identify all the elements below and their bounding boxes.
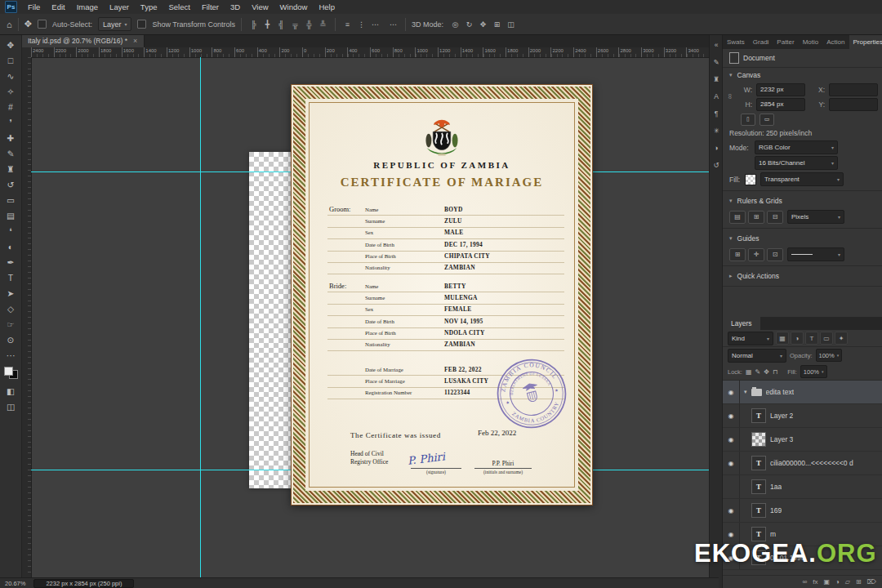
lock-icon[interactable]: ✥ — [764, 368, 769, 376]
menu-item[interactable]: View — [246, 2, 274, 12]
layers-footer-icon[interactable]: ◑ — [835, 578, 840, 586]
align-icon[interactable]: ╣ — [275, 18, 287, 30]
tool-button[interactable]: ☞ — [2, 316, 20, 332]
menu-item[interactable]: Select — [163, 2, 195, 12]
tool-button[interactable]: ✧ — [2, 83, 20, 99]
move-tool-preset-icon[interactable]: ✥ — [24, 19, 32, 29]
quick-actions-section-header[interactable]: ▸ Quick Actions — [723, 269, 882, 283]
tool-button[interactable]: ❜ — [2, 114, 20, 130]
rulers-grid-button[interactable]: ▤ — [729, 211, 746, 224]
tool-button[interactable]: ✎ — [2, 145, 20, 161]
bit-depth-dropdown[interactable]: 16 Bits/Channel — [755, 156, 838, 170]
layers-footer-icon[interactable]: fx — [813, 578, 817, 586]
layer-filter-icon[interactable]: ▦ — [776, 332, 789, 345]
tool-button[interactable]: ⋯ — [2, 347, 20, 363]
tool-button[interactable]: ➤ — [2, 285, 20, 301]
panel-icon[interactable]: « — [715, 41, 719, 49]
panel-icon[interactable]: ♜ — [713, 75, 719, 83]
screen-mode-button[interactable]: ◫ — [2, 399, 20, 414]
layer-visibility-toggle[interactable]: ◉ — [723, 381, 740, 403]
layer-row[interactable]: ◉ ▾ T m — [723, 523, 882, 546]
guides-section-header[interactable]: ▾ Guides — [723, 231, 882, 246]
landscape-orientation-button[interactable]: ▭ — [760, 114, 774, 126]
tool-button[interactable]: ✥ — [2, 37, 20, 52]
layers-footer-icon[interactable]: ⌦ — [867, 578, 876, 586]
group-expand-icon[interactable]: ▾ — [744, 389, 747, 395]
align-icon[interactable]: ╋ — [261, 18, 274, 30]
tool-button[interactable]: ◇ — [2, 301, 20, 316]
distribute-icon[interactable]: ⋮ — [355, 18, 368, 30]
tool-button[interactable]: ✚ — [2, 130, 20, 145]
rulers-grid-button[interactable]: ⊞ — [748, 211, 764, 224]
layer-visibility-toggle[interactable]: ◉ — [723, 428, 740, 451]
panel-tab[interactable]: Properties — [849, 34, 882, 49]
layers-footer-icon[interactable]: ⊞ — [856, 578, 862, 586]
layer-visibility-toggle[interactable]: ◉ — [723, 546, 740, 569]
canvas-section-header[interactable]: ▾ Canvas — [723, 68, 882, 82]
show-transform-checkbox[interactable] — [137, 20, 146, 29]
layer-visibility-toggle[interactable]: ◉ — [723, 404, 740, 427]
distribute-icon[interactable]: ⋯ — [369, 18, 381, 30]
menu-item[interactable]: Filter — [196, 2, 225, 12]
lock-icon[interactable]: ▦ — [746, 368, 752, 376]
panel-tab[interactable]: Gradi — [749, 34, 773, 49]
auto-select-target-dropdown[interactable]: Layer — [98, 17, 132, 31]
layers-footer-icon[interactable]: ▱ — [845, 578, 850, 586]
menu-item[interactable]: Help — [313, 2, 341, 12]
foreground-background-colors[interactable] — [4, 367, 18, 379]
rulers-grids-section-header[interactable]: ▾ Rulers & Grids — [723, 194, 882, 208]
guides-button[interactable]: ⊞ — [729, 248, 746, 261]
certificate-document[interactable]: REPUBLIC OF ZAMBIA CERTIFICATE OF MARIAG… — [291, 84, 593, 506]
guide-vertical[interactable] — [200, 57, 201, 578]
tool-button[interactable]: ∿ — [2, 68, 20, 83]
tool-button[interactable]: T — [2, 270, 20, 285]
canvas-area[interactable]: 2400220020001800160014001200100080060040… — [21, 47, 709, 578]
tool-button[interactable]: ▭ — [2, 192, 20, 207]
opacity-field[interactable]: 100% — [816, 349, 843, 362]
panel-icon[interactable]: ✳ — [713, 127, 719, 135]
quick-mask-button[interactable]: ◧ — [2, 383, 20, 399]
3d-mode-icon[interactable]: ◎ — [449, 18, 461, 30]
align-icon[interactable]: ╠ — [247, 18, 260, 30]
auto-select-checkbox[interactable] — [38, 20, 47, 29]
tool-button[interactable]: # — [2, 99, 20, 114]
lock-icon[interactable]: ⊓ — [773, 368, 777, 376]
layer-filter-kind-dropdown[interactable]: Kind — [728, 332, 773, 345]
tab-layers[interactable]: Layers — [723, 317, 760, 330]
guides-button[interactable]: ⊡ — [767, 248, 783, 261]
menu-item[interactable]: Image — [71, 2, 104, 12]
menu-item[interactable]: Edit — [46, 2, 70, 12]
3d-mode-icon[interactable]: ⊞ — [491, 18, 503, 30]
align-icon[interactable]: ╩ — [317, 18, 329, 30]
panel-icon[interactable]: ◑ — [714, 144, 718, 152]
menu-item[interactable]: 3D — [225, 2, 246, 12]
tool-button[interactable]: ◐ — [2, 238, 20, 254]
zoom-level[interactable]: 20.67% — [5, 580, 25, 587]
tool-button[interactable]: ⊙ — [2, 332, 20, 347]
width-field[interactable]: 2232 px — [756, 83, 805, 96]
canvas[interactable]: REPUBLIC OF ZAMBIA CERTIFICATE OF MARIAG… — [31, 57, 709, 578]
layers-footer-icon[interactable]: ▣ — [823, 578, 830, 586]
layer-row[interactable]: ◉ ▾ T 01.01.1990 — [723, 546, 882, 570]
layer-visibility-toggle[interactable]: ◉ — [723, 475, 740, 498]
rulers-grid-button[interactable]: ⊟ — [767, 211, 783, 224]
tool-button[interactable]: ↺ — [2, 176, 20, 192]
align-icon[interactable]: ╬ — [303, 18, 315, 30]
layer-visibility-toggle[interactable]: ◉ — [723, 499, 740, 522]
align-icon[interactable]: ╦ — [289, 18, 301, 30]
panel-tab[interactable]: Motio — [799, 34, 823, 49]
layer-row[interactable]: ◉ ▾ T 169 — [723, 499, 882, 523]
distribute-icon[interactable]: ≡ — [341, 18, 354, 30]
tool-button[interactable]: ❛ — [2, 223, 20, 238]
panel-icon[interactable]: A — [714, 92, 719, 100]
layer-filter-icon[interactable]: ◑ — [791, 332, 804, 345]
height-field[interactable]: 2854 px — [756, 98, 805, 111]
3d-mode-icon[interactable]: ◫ — [505, 18, 517, 30]
document-tab[interactable]: Italy id.psd @ 20.7% (RGB/16) * × — [21, 34, 145, 47]
fill-dropdown[interactable]: Transparent — [760, 172, 844, 186]
panel-tab[interactable]: Action — [822, 34, 849, 49]
panel-icon[interactable]: ↺ — [713, 161, 719, 169]
color-mode-dropdown[interactable]: RGB Color — [755, 140, 838, 154]
link-dimensions-icon[interactable]: ∞ — [726, 94, 734, 99]
layer-row[interactable]: ◉ ▾ T edita text — [723, 381, 882, 404]
